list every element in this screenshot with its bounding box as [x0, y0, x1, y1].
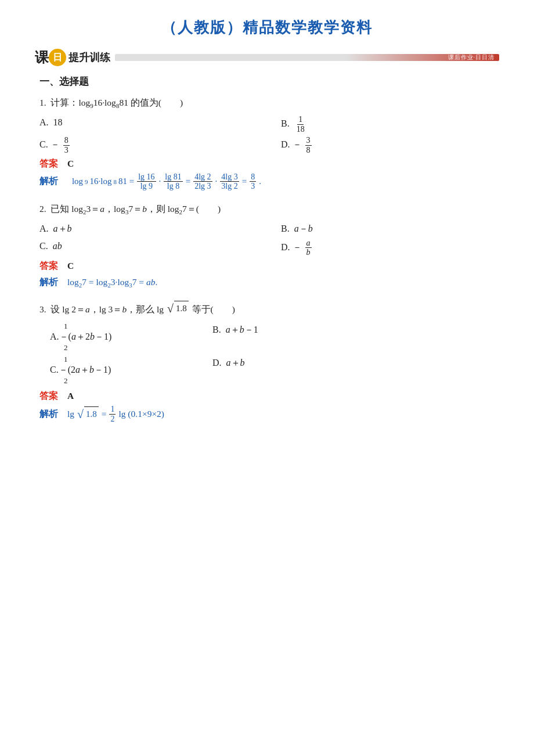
problem-3-opts-block: 1 A.－(a＋2b－1) 2 B. a＋b－1 1 C.－(2a＋b－1) 2… — [50, 322, 499, 386]
option-2d: D. － a b — [281, 239, 499, 257]
option-1d: D. － 3 8 — [281, 136, 499, 154]
answer-3: 答案 A — [39, 390, 499, 402]
problem-1: 1. 计算：log916·log881 的值为( ) A. 18 B. 1 18… — [39, 95, 499, 191]
frac-1c: 8 3 — [63, 136, 70, 154]
option-2a: A. a＋b — [39, 221, 258, 236]
problem-2: 2. 已知 log23＝a，log37＝b，则 log27＝( ) A. a＋b… — [39, 201, 499, 290]
sqrt-1.8: √ 1.8 — [167, 301, 189, 316]
problem-2-text: 2. 已知 log23＝a，log37＝b，则 log27＝( ) — [39, 201, 499, 217]
option-1c: C. － 8 3 — [39, 136, 258, 154]
option-2c: C. ab — [39, 239, 258, 257]
part-label: 一、选择题 — [39, 76, 89, 87]
option-1a: A. 18 — [39, 115, 258, 134]
problem-2-options: A. a＋b B. a－b C. ab D. － a b — [39, 221, 499, 257]
section-header: 课 日 提升训练 课后作业·日日清 — [35, 48, 499, 67]
problem-3-text: 3. 设 lg 2＝a，lg 3＝b，那么 lg √ 1.8 等于( ) — [39, 301, 499, 318]
jiexi-2: 解析 log27 = log23·log37 = ab. — [39, 275, 499, 290]
opt-3c: 1 C.－(2a＋b－1) 2 — [50, 355, 166, 386]
opt-3a: 1 A.－(a＋2b－1) 2 — [50, 322, 166, 352]
section-logo: 课 日 提升训练 — [35, 48, 110, 67]
problem-1-options: A. 18 B. 1 18 C. － 8 3 D. － 3 8 — [39, 115, 499, 154]
answer-1: 答案 C — [39, 158, 499, 170]
option-1b: B. 1 18 — [281, 115, 499, 134]
option-2b: B. a－b — [281, 221, 499, 236]
logo-circle: 日 — [49, 49, 66, 66]
opt-3b: B. a＋b－1 — [212, 322, 258, 339]
header-bar: 课后作业·日日清 — [115, 54, 499, 61]
part-one-title: 一、选择题 — [39, 75, 499, 88]
jiexi-3: 解析 lg √ 1.8 = 1 2 lg (0.1×9×2) — [39, 405, 499, 423]
problem-1-text: 1. 计算：log916·log881 的值为( ) — [39, 95, 499, 110]
page-title: （人教版）精品数学教学资料 — [35, 17, 499, 38]
jiexi-1: 解析 log916·log881 = lg 16lg 9 · lg 81lg 8… — [39, 172, 499, 191]
frac-1d: 3 8 — [305, 136, 312, 154]
opt-3d: D. a＋b — [212, 355, 245, 372]
answer-2: 答案 C — [39, 260, 499, 272]
problem-3: 3. 设 lg 2＝a，lg 3＝b，那么 lg √ 1.8 等于( ) 1 A… — [39, 301, 499, 423]
header-bar-text: 课后作业·日日清 — [448, 53, 495, 62]
frac-1b: 1 18 — [295, 115, 306, 134]
